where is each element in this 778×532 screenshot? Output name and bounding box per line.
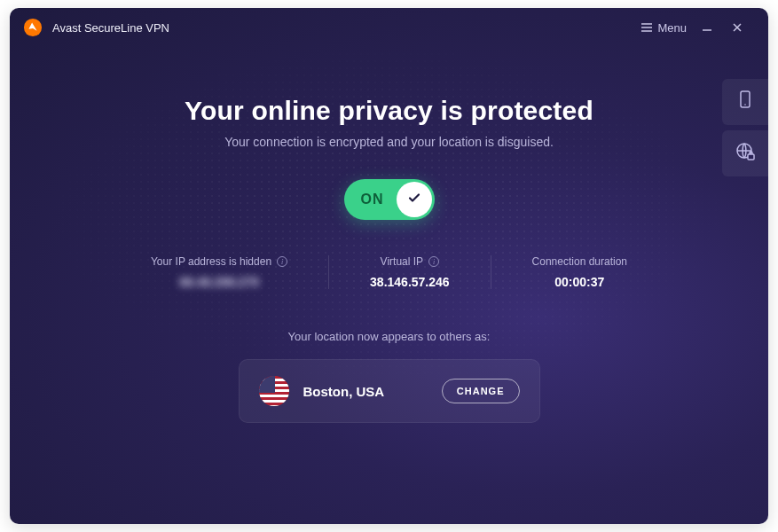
location-card: Boston, USA CHANGE (239, 359, 540, 423)
stat-real-ip-value: 88.48.298.279 (151, 275, 287, 289)
avast-logo-icon (22, 17, 43, 38)
status-heading: Your online privacy is protected (10, 96, 768, 126)
close-button[interactable] (722, 14, 752, 41)
status-subheading: Your connection is encrypted and your lo… (10, 135, 768, 149)
stat-real-ip-label: Your IP address is hidden (151, 255, 271, 268)
location-caption: Your location now appears to others as: (10, 330, 768, 343)
menu-button[interactable]: Menu (636, 18, 692, 38)
hamburger-icon (641, 21, 652, 35)
stat-virtual-ip-value: 38.146.57.246 (370, 275, 450, 289)
change-location-button[interactable]: CHANGE (442, 379, 520, 403)
stat-duration-value: 00:00:37 (532, 275, 627, 289)
us-flag-icon (259, 376, 289, 406)
menu-label: Menu (657, 21, 687, 35)
main-content: Your online privacy is protected Your co… (10, 47, 768, 423)
connection-stats: Your IP address is hidden i 88.48.298.27… (10, 255, 768, 289)
titlebar: Avast SecureLine VPN Menu (10, 8, 768, 47)
stat-duration-label: Connection duration (532, 255, 627, 268)
check-icon (406, 190, 422, 209)
location-name: Boston, USA (303, 384, 428, 399)
info-icon[interactable]: i (428, 256, 439, 267)
stat-duration: Connection duration 00:00:37 (491, 255, 668, 289)
vpn-toggle[interactable]: ON (344, 179, 435, 220)
stat-virtual-ip: Virtual IP i 38.146.57.246 (328, 255, 491, 289)
minimize-button[interactable] (692, 14, 722, 41)
stat-virtual-ip-label: Virtual IP (381, 255, 423, 268)
stat-real-ip: Your IP address is hidden i 88.48.298.27… (110, 255, 328, 289)
info-icon[interactable]: i (277, 256, 287, 267)
app-window: Avast SecureLine VPN Menu (10, 8, 768, 524)
toggle-knob (397, 182, 432, 217)
app-title: Avast SecureLine VPN (52, 21, 169, 35)
